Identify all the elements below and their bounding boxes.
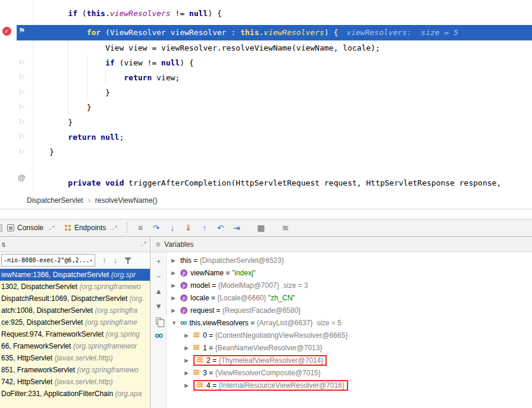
chevron-right-icon[interactable]: ▶ bbox=[184, 370, 193, 376]
drop-frame-icon[interactable]: ↶ bbox=[212, 223, 229, 233]
code-token: View view = viewResolver.resolveViewName… bbox=[105, 43, 380, 52]
thread-selector[interactable]: -nio-8080-exec-2"@6,2... ▾ bbox=[1, 254, 95, 266]
tab-endpoints[interactable]: Endpoints →* bbox=[60, 219, 122, 236]
stack-frame-row[interactable]: 742, HttpServlet (javax.servlet.http) bbox=[0, 376, 150, 388]
variable-row[interactable]: ▶2 = {ThymeleafViewResolver@7014} bbox=[167, 354, 532, 366]
layout-menu-icon[interactable]: ≡ bbox=[132, 223, 148, 233]
stack-frame-row[interactable]: 635, HttpServlet (javax.servlet.http) bbox=[0, 352, 150, 364]
variable-value: {RequestFacade@6580} bbox=[223, 306, 301, 315]
chevron-right-icon[interactable]: ▶ bbox=[184, 345, 193, 351]
tab-console[interactable]: Console →* bbox=[2, 219, 60, 236]
code-line[interactable]: return null; bbox=[17, 130, 532, 145]
equals-sign: = bbox=[209, 294, 217, 302]
bookmark-flag-icon[interactable]: ⚐ bbox=[18, 85, 25, 100]
code-line[interactable]: if (this.viewResolvers != null) { bbox=[17, 6, 532, 21]
chevron-right-icon[interactable]: ▶ bbox=[184, 382, 193, 388]
code-line[interactable]: if (view != null) { bbox=[17, 55, 532, 71]
code-line[interactable]: View view = viewResolver.resolveViewName… bbox=[17, 40, 532, 56]
step-into-icon[interactable]: ↓ bbox=[164, 223, 180, 233]
stack-frame-row[interactable]: DispatchResult:1069, DispatcherServlet (… bbox=[0, 293, 150, 305]
step-over-icon[interactable]: ↷ bbox=[148, 223, 164, 233]
frame-location: Request:974, FrameworkServlet bbox=[1, 330, 105, 338]
code-line[interactable]: } bbox=[17, 85, 532, 101]
variables-panel: ≡ Variables +−▲▼oo ▶this = {DispatcherSe… bbox=[151, 237, 532, 408]
code-token: ; bbox=[119, 133, 124, 142]
variable-name: viewName bbox=[190, 269, 224, 277]
code-token: ( bbox=[77, 9, 87, 18]
variable-size: size = 3 bbox=[279, 281, 308, 290]
console-icon bbox=[7, 224, 14, 231]
chevron-right-icon[interactable]: ▶ bbox=[171, 295, 180, 301]
frame-package: (org. bbox=[129, 294, 144, 303]
bookmark-flag-icon[interactable]: ⚐ bbox=[18, 130, 25, 145]
code-line[interactable]: } bbox=[17, 145, 532, 160]
bookmark-flag-icon[interactable]: ⚐ bbox=[18, 100, 25, 115]
code-indent bbox=[49, 133, 68, 142]
stack-frame-row[interactable]: atch:1008, DispatcherServlet (org.spring… bbox=[0, 305, 150, 316]
show-watches-icon[interactable]: oo bbox=[155, 332, 162, 339]
stack-frame-row[interactable]: 1302, DispatcherServlet (org.springframe… bbox=[0, 281, 150, 293]
code-editor[interactable]: if (this.viewResolvers != null) { for (V… bbox=[0, 0, 532, 192]
variable-row[interactable]: ▶0 = {ContentNegotiatingViewResolver@666… bbox=[167, 329, 532, 341]
copy-icon[interactable] bbox=[156, 318, 161, 324]
bookmark-flag-icon[interactable]: ⚐ bbox=[18, 145, 25, 159]
code-token: } bbox=[68, 118, 73, 127]
variable-name: this.viewResolvers bbox=[189, 319, 248, 327]
code-line[interactable]: return view; bbox=[17, 70, 532, 86]
variable-row[interactable]: ▶prequest = {RequestFacade@6580} bbox=[167, 304, 532, 316]
chevron-down-icon[interactable]: ▼ bbox=[171, 320, 180, 326]
variable-row[interactable]: ▼oothis.viewResolvers = {ArrayList@6637}… bbox=[167, 316, 532, 329]
variable-name: 4 bbox=[206, 381, 211, 390]
stack-frame-row[interactable]: Request:974, FrameworkServlet (org.sprin… bbox=[0, 328, 150, 340]
move-up-icon[interactable]: ▲ bbox=[155, 288, 162, 295]
remove-watch-icon[interactable]: − bbox=[157, 273, 161, 280]
variable-row[interactable]: ▶4 = {InternalResourceViewResolver@7016} bbox=[167, 379, 532, 391]
variable-row[interactable]: ▶3 = {ViewResolverComposite@7015} bbox=[167, 366, 532, 379]
code-line[interactable]: } bbox=[17, 100, 532, 115]
variable-row[interactable]: ▶1 = {BeanNameViewResolver@7013} bbox=[167, 341, 532, 354]
variable-value: {ContentNegotiatingViewResolver@6665} bbox=[215, 331, 348, 340]
bookmark-icon[interactable]: ⚑ bbox=[18, 26, 26, 35]
stack-frame-row[interactable]: ce:925, DispatcherServlet (org.springfra… bbox=[0, 316, 150, 328]
prev-frame-icon[interactable]: ↑ bbox=[102, 256, 107, 265]
frame-package: (org.springframe bbox=[85, 318, 137, 327]
bookmark-flag-icon[interactable]: ⚐ bbox=[18, 55, 25, 70]
chevron-right-icon[interactable]: ▶ bbox=[184, 332, 193, 338]
code-line[interactable]: private void triggerAfterCompletion(Http… bbox=[17, 175, 532, 191]
add-watch-icon[interactable]: + bbox=[157, 258, 161, 265]
chevron-right-icon[interactable]: ▶ bbox=[184, 357, 193, 363]
stack-frame-row[interactable]: 851, FrameworkServlet (org.springframewo bbox=[0, 364, 150, 376]
stack-frame-row[interactable]: 66, FrameworkServlet (org.springframewor bbox=[0, 340, 150, 352]
force-step-into-icon[interactable]: ⇓ bbox=[180, 223, 196, 233]
variable-row[interactable]: ▶pviewName = "indexj" bbox=[167, 266, 532, 279]
breadcrumb-item-method[interactable]: resolveViewName() bbox=[95, 196, 157, 205]
code-line[interactable]: } bbox=[17, 115, 532, 130]
variable-row[interactable]: ▶pmodel = {ModelMap@7007} size = 3 bbox=[167, 279, 532, 291]
variable-name: request bbox=[190, 306, 214, 315]
stack-frame-row[interactable]: iewName:1366, DispatcherServlet (org.spr bbox=[0, 269, 150, 281]
move-down-icon[interactable]: ▼ bbox=[155, 303, 162, 310]
stack-frame-row[interactable]: DoFilter:231, ApplicationFilterChain (or… bbox=[0, 388, 150, 400]
variable-row[interactable]: ▶plocale = {Locale@6660} "zh_CN" bbox=[167, 291, 532, 304]
filter-icon[interactable] bbox=[124, 257, 132, 264]
breakpoint-hit-icon[interactable]: ✓ bbox=[2, 27, 11, 36]
chevron-right-icon[interactable]: ▶ bbox=[171, 283, 180, 288]
chevron-right-icon[interactable]: ▶ bbox=[171, 307, 180, 313]
view-layout-grid-icon[interactable]: ▦ bbox=[253, 223, 269, 233]
chevron-right-icon[interactable]: ▶ bbox=[171, 258, 180, 263]
evaluate-renderers-icon[interactable]: ≋ bbox=[277, 223, 293, 233]
variable-row[interactable]: ▶this = {DispatcherServlet@6523} bbox=[167, 254, 532, 266]
variable-name: model bbox=[190, 281, 210, 290]
next-frame-icon[interactable]: ↓ bbox=[114, 256, 118, 265]
chevron-right-icon[interactable]: ▶ bbox=[171, 270, 180, 276]
variable-content: pviewName = "indexj" bbox=[180, 269, 256, 277]
execution-line[interactable]: for (ViewResolver viewResolver : this.vi… bbox=[17, 25, 532, 40]
bookmark-flag-icon[interactable]: ⚐ bbox=[18, 115, 25, 130]
bookmark-flag-icon[interactable]: ⚐ bbox=[18, 70, 25, 85]
frames-pin-icon[interactable]: →* bbox=[138, 241, 146, 247]
variable-content: plocale = {Locale@6660} "zh_CN" bbox=[180, 294, 295, 302]
equals-sign: = bbox=[210, 281, 218, 290]
step-out-icon[interactable]: ↑ bbox=[196, 223, 212, 233]
breadcrumb-item-class[interactable]: DispatcherServlet bbox=[27, 196, 83, 205]
run-to-cursor-icon[interactable]: ⇥ bbox=[229, 223, 245, 233]
